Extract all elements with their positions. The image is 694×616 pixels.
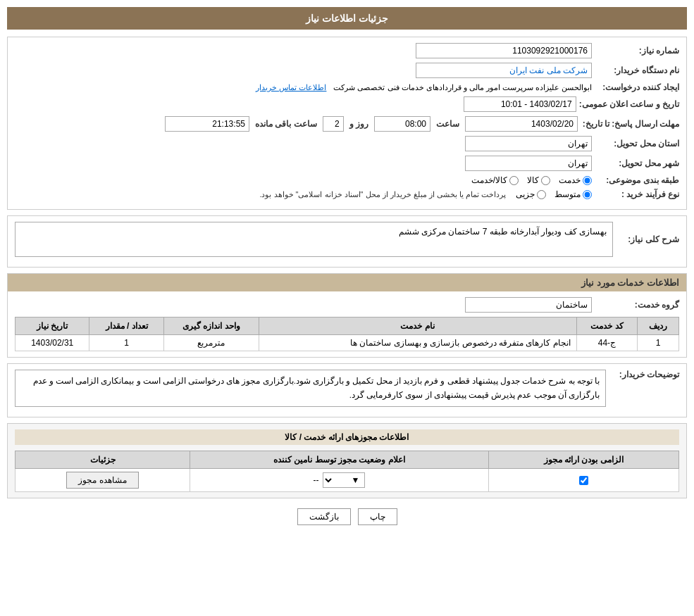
col-code: کد خدمت [576,318,638,335]
permits-table: الزامی بودن ارائه مجوز اعلام وضعیت مجوز … [15,451,679,492]
permits-section: اطلاعات مجوزهای ارائه خدمت / کالا الزامی… [7,423,687,498]
perm-col-status: اعلام وضعیت مجوز توسط نامین کننده [190,451,489,469]
category-radio-group: خدمت کالا کالا/خدمت [471,175,592,185]
cell-name: انجام کارهای متفرقه درخصوص بازسازی و بهس… [259,335,576,351]
creator-row: ایجاد کننده درخواست: ابوالحسن علیزاده سر… [15,82,679,92]
perm-table-row: ▼ -- مشاهده مجوز [16,469,679,492]
cell-unit: مترمربع [163,335,259,351]
perm-status-cell: ▼ -- [190,469,489,492]
city-row: شهر محل تحویل: [15,156,679,171]
buyer-notes-label: توضیحات خریدار: [609,370,679,379]
category-radio-service[interactable] [583,176,592,185]
perm-details-cell: مشاهده مجوز [16,469,190,492]
category-option-goods: کالا [527,175,550,185]
province-label: استان محل تحویل: [595,139,679,149]
purchase-type-label: نوع فرآیند خرید : [595,189,679,199]
purchase-option-small: جزیی [516,189,546,199]
perm-required-checkbox[interactable] [579,476,588,485]
cell-qty: 1 [89,335,163,351]
service-group-row: گروه خدمت: [15,297,679,313]
service-table: ردیف کد خدمت نام خدمت واحد اندازه گیری ت… [15,317,679,351]
purchase-option-medium: متوسط [554,189,592,199]
response-deadline-row: مهلت ارسال پاسخ: تا تاریخ: ساعت روز و سا… [15,116,679,132]
page-wrapper: جزئیات اطلاعات نیاز شماره نیاز: نام دستگ… [0,0,694,616]
buyer-notes-value: با توجه به شرح خدمات جدول پیشنهاد قطعی و… [15,370,606,407]
purchase-radio-small[interactable] [537,190,546,199]
buyer-org-input[interactable] [416,63,592,78]
category-option-both: کالا/خدمت [471,175,519,185]
perm-col-details: جزئیات [16,451,190,469]
request-number-row: شماره نیاز: [15,43,679,58]
response-remaining-input[interactable] [165,116,249,132]
perm-col-required: الزامی بودن ارائه مجوز [488,451,678,469]
back-button[interactable]: بازگشت [297,508,351,525]
category-row: طبقه بندی موضوعی: خدمت کالا کالا/خدمت [15,175,679,185]
col-row: ردیف [638,318,679,335]
category-radio-goods[interactable] [541,176,550,185]
response-time-label: ساعت [436,119,459,129]
contact-link[interactable]: اطلاعات تماس خریدار [256,83,326,92]
service-group-label: گروه خدمت: [595,300,679,310]
service-info-title: اطلاعات خدمات مورد نیاز [8,274,686,291]
col-date: تاریخ نیاز [16,318,89,335]
main-info-section: شماره نیاز: نام دستگاه خریدار: ایجاد کنن… [7,37,687,210]
buyer-notes-row: توضیحات خریدار: با توجه به شرح خدمات جدو… [15,370,679,407]
province-row: استان محل تحویل: [15,136,679,151]
general-description-section: شرح کلی نیاز: بهسازی کف ودیوار آبدارخانه… [7,215,687,268]
description-row: شرح کلی نیاز: بهسازی کف ودیوار آبدارخانه… [15,222,679,257]
city-input[interactable] [465,156,592,171]
view-permit-button[interactable]: مشاهده مجوز [66,472,138,489]
col-qty: تعداد / مقدار [89,318,163,335]
perm-status-value: -- [313,475,318,485]
description-value: بهسازی کف ودیوار آبدارخانه طبقه 7 ساختما… [15,222,613,257]
button-row: چاپ بازگشت [7,508,687,525]
category-label-both: کالا/خدمت [471,175,507,185]
cell-date: 1403/02/31 [16,335,89,351]
province-input[interactable] [465,136,592,151]
table-row: 1 ج-44 انجام کارهای متفرقه درخصوص بازساز… [16,335,679,351]
perm-required-cell [488,469,678,492]
announce-date-row: تاریخ و ساعت اعلان عمومی: [15,96,679,112]
buyer-notes-section: توضیحات خریدار: با توجه به شرح خدمات جدو… [7,363,687,417]
response-deadline-label: مهلت ارسال پاسخ: تا تاریخ: [581,119,679,129]
creator-label: ایجاد کننده درخواست: [595,82,679,92]
print-button[interactable]: چاپ [358,508,397,525]
service-info-section: اطلاعات خدمات مورد نیاز گروه خدمت: ردیف … [7,273,687,358]
purchase-radio-medium[interactable] [583,190,592,199]
permits-title: اطلاعات مجوزهای ارائه خدمت / کالا [15,429,679,445]
perm-status-select[interactable]: ▼ [323,472,365,488]
request-number-label: شماره نیاز: [595,46,679,56]
purchase-radio-group: متوسط جزیی [516,189,592,199]
buyer-org-row: نام دستگاه خریدار: [15,63,679,78]
category-label-service: خدمت [559,175,581,185]
page-title: جزئیات اطلاعات نیاز [7,7,687,30]
creator-value: ابوالحسن علیزاده سرپرست امور مالی و قرار… [333,83,592,92]
purchase-label-small: جزیی [516,189,535,199]
request-number-input[interactable] [416,43,592,58]
service-group-input[interactable] [465,297,592,313]
purchase-type-row: نوع فرآیند خرید : متوسط جزیی پرداخت تمام… [15,189,679,199]
col-name: نام خدمت [259,318,576,335]
category-option-service: خدمت [559,175,592,185]
service-table-wrapper: ردیف کد خدمت نام خدمت واحد اندازه گیری ت… [15,317,679,351]
response-days-label: روز و [349,119,368,129]
cell-row: 1 [638,335,679,351]
col-unit: واحد اندازه گیری [163,318,259,335]
category-radio-both[interactable] [509,176,519,185]
city-label: شهر محل تحویل: [595,158,679,168]
purchase-note: پرداخت تمام یا بخشی از مبلغ خریدار از مح… [259,190,506,199]
announce-date-input[interactable] [464,96,576,112]
description-label: شرح کلی نیاز: [616,234,679,244]
response-days-input[interactable] [323,116,344,132]
response-time-input[interactable] [374,116,430,132]
category-label-goods: کالا [527,175,539,185]
response-remaining-label: ساعت باقی مانده [255,119,317,129]
cell-code: ج-44 [576,335,638,351]
buyer-org-label: نام دستگاه خریدار: [595,65,679,75]
announce-date-label: تاریخ و ساعت اعلان عمومی: [579,99,679,109]
response-date-input[interactable] [465,116,578,132]
purchase-label-medium: متوسط [554,189,581,199]
category-label: طبقه بندی موضوعی: [595,175,679,185]
